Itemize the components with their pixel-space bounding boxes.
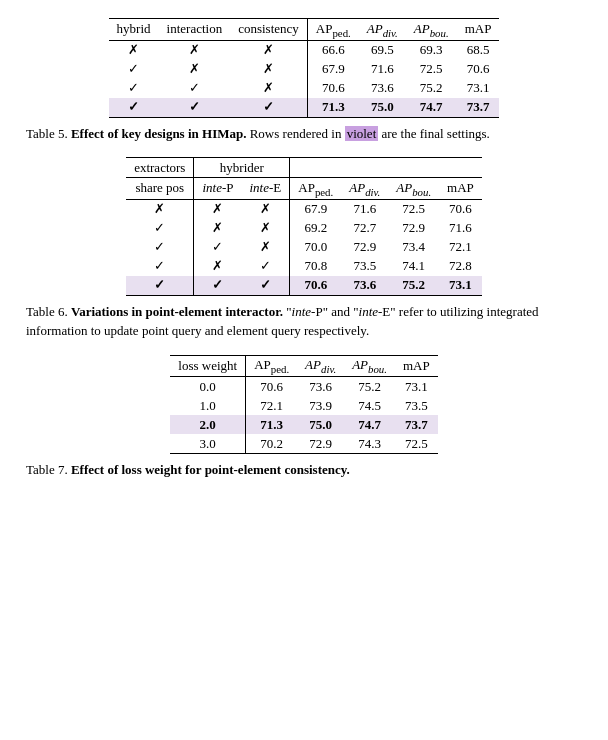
col-ap-bou: APbou. xyxy=(406,19,457,41)
table-row: 0.0 70.6 73.6 75.2 73.1 xyxy=(170,377,437,397)
table-row: ✓ ✓ ✗ 70.6 73.6 75.2 73.1 xyxy=(109,79,500,98)
caption-prefix: Table 5. xyxy=(26,126,71,141)
table6: extractors hybrider share pos inte-P int… xyxy=(126,157,482,296)
table-row: 1.0 72.1 73.9 74.5 73.5 xyxy=(170,396,437,415)
caption-bold: Effect of key designs in HIMap. xyxy=(71,126,247,141)
col-hybrider: hybrider xyxy=(194,158,290,178)
col-interaction: interaction xyxy=(159,19,231,41)
table7-wrapper: loss weight APped. APdiv. APbou. mAP 0.0… xyxy=(22,355,586,455)
table6-wrapper: extractors hybrider share pos inte-P int… xyxy=(22,157,586,296)
table-row: ✓ ✗ ✓ 70.8 73.5 74.1 72.8 xyxy=(126,257,482,276)
col-inte-e: inte-E xyxy=(241,178,289,200)
col-extractors: extractors xyxy=(126,158,194,178)
table-row: ✗ ✗ ✗ 66.6 69.5 69.3 68.5 xyxy=(109,40,500,60)
table7: loss weight APped. APdiv. APbou. mAP 0.0… xyxy=(170,355,437,455)
table-row: ✓ ✗ ✗ 67.9 71.6 72.5 70.6 xyxy=(109,60,500,79)
col-ap-div: APdiv. xyxy=(359,19,406,41)
table6-caption: Table 6. Variations in point-element int… xyxy=(26,302,582,341)
table-row-highlight: ✓ ✓ ✓ 71.3 75.0 74.7 73.7 xyxy=(109,98,500,118)
col-loss-weight: loss weight xyxy=(170,355,245,377)
table-row: ✗ ✗ ✗ 67.9 71.6 72.5 70.6 xyxy=(126,199,482,219)
table-row-highlight: ✓ ✓ ✓ 70.6 73.6 75.2 73.1 xyxy=(126,276,482,296)
table5: hybrid interaction consistency APped. AP… xyxy=(109,18,500,118)
col-ap-ped: APped. xyxy=(307,19,358,41)
col-ap-div: APdiv. xyxy=(341,178,388,200)
table-row-highlight: 2.0 71.3 75.0 74.7 73.7 xyxy=(170,415,437,434)
table-row: 3.0 70.2 72.9 74.3 72.5 xyxy=(170,434,437,454)
caption-bold: Variations in point-element interactor. xyxy=(71,304,283,319)
col-map: mAP xyxy=(457,19,500,41)
col-map: mAP xyxy=(439,178,482,200)
col-ap-bou: APbou. xyxy=(344,355,395,377)
col-metrics-placeholder xyxy=(290,158,482,178)
caption-prefix: Table 6. xyxy=(26,304,71,319)
table5-wrapper: hybrid interaction consistency APped. AP… xyxy=(22,18,586,118)
table-row: ✓ ✗ ✗ 69.2 72.7 72.9 71.6 xyxy=(126,219,482,238)
caption-prefix: Table 7. xyxy=(26,462,71,477)
col-inte-p: inte-P xyxy=(194,178,242,200)
violet-label: violet xyxy=(345,126,379,141)
col-ap-div: APdiv. xyxy=(297,355,344,377)
table-row: ✓ ✓ ✗ 70.0 72.9 73.4 72.1 xyxy=(126,238,482,257)
caption-bold: Effect of loss weight for point-element … xyxy=(71,462,350,477)
table5-caption: Table 5. Effect of key designs in HIMap.… xyxy=(26,124,582,144)
col-map: mAP xyxy=(395,355,438,377)
table7-caption: Table 7. Effect of loss weight for point… xyxy=(26,460,582,480)
col-share-pos: share pos xyxy=(126,178,194,200)
col-ap-ped: APped. xyxy=(290,178,341,200)
col-consistency: consistency xyxy=(230,19,307,41)
col-ap-bou: APbou. xyxy=(388,178,439,200)
col-hybrid: hybrid xyxy=(109,19,159,41)
col-ap-ped: APped. xyxy=(246,355,297,377)
